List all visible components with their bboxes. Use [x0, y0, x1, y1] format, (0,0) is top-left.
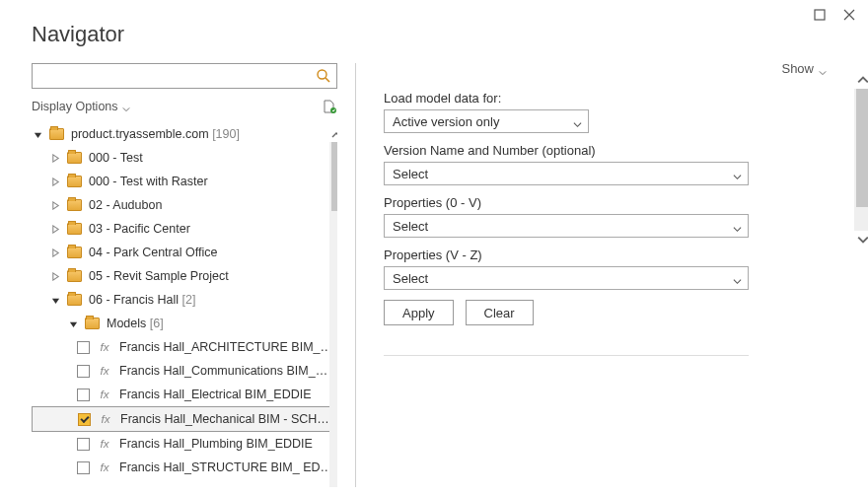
load-model-dropdown[interactable]: Active version only [384, 109, 589, 133]
tree-folder[interactable]: 04 - Park Central Office [32, 241, 337, 264]
chevron-down-icon [122, 103, 130, 110]
svg-point-1 [318, 70, 326, 79]
page-title: Navigator [0, 0, 868, 47]
tree-leaf[interactable]: fx Francis Hall_Plumbing BIM_EDDIE [32, 432, 337, 456]
refresh-icon[interactable] [322, 99, 337, 114]
scroll-down-icon[interactable] [854, 231, 868, 248]
folder-icon [67, 199, 82, 211]
scrollbar-thumb[interactable] [856, 89, 868, 207]
close-button[interactable] [842, 8, 856, 22]
expand-icon[interactable] [51, 225, 60, 234]
chevron-down-icon [819, 65, 827, 73]
tree-leaf[interactable]: fx Francis Hall_ARCHITECTURE BIM_20... [32, 335, 337, 359]
tree-folder[interactable]: 000 - Test with Raster [32, 170, 337, 193]
clear-button[interactable]: Clear [466, 300, 534, 325]
collapse-icon[interactable] [69, 319, 78, 328]
chevron-down-icon [733, 274, 742, 283]
maximize-button[interactable] [813, 8, 827, 22]
divider [384, 355, 749, 356]
show-dropdown[interactable]: Show [781, 61, 827, 76]
fx-icon: fx [97, 389, 112, 400]
expand-icon[interactable] [51, 201, 60, 210]
version-name-value: Select [393, 167, 428, 181]
folder-icon [85, 318, 100, 329]
search-icon[interactable] [316, 68, 331, 84]
collapse-icon[interactable] [34, 130, 42, 139]
version-name-dropdown[interactable]: Select [384, 162, 749, 185]
navigator-tree: product.tryassemble.com [190] 000 - Test… [32, 120, 337, 479]
folder-icon [67, 270, 82, 282]
tree-scrollbar[interactable] [329, 128, 337, 487]
expand-icon[interactable] [51, 272, 60, 281]
tree-leaf[interactable]: fx Francis Hall_STRUCTURE BIM_ EDDIE [32, 456, 337, 479]
folder-icon [67, 152, 82, 164]
chevron-down-icon [573, 117, 582, 126]
tree-folder[interactable]: 02 - Audubon [32, 193, 337, 217]
folder-icon [67, 176, 82, 187]
show-label: Show [781, 61, 814, 76]
checkbox[interactable] [77, 389, 90, 401]
props-vz-value: Select [393, 271, 428, 286]
folder-icon [67, 247, 82, 258]
pane-divider [355, 63, 356, 487]
fx-icon: fx [97, 461, 112, 473]
svg-line-2 [326, 78, 329, 82]
folder-icon [67, 223, 82, 235]
version-name-label: Version Name and Number (optional) [384, 143, 854, 158]
load-model-value: Active version only [393, 114, 499, 129]
folder-icon [49, 128, 64, 140]
tree-leaf-selected[interactable]: fx Francis Hall_Mechanical BIM - SCHE... [32, 406, 337, 432]
svg-point-3 [330, 107, 336, 113]
fx-icon: fx [97, 341, 112, 353]
checkbox[interactable] [77, 438, 90, 451]
chevron-down-icon [733, 222, 742, 231]
collapse-icon[interactable] [51, 296, 60, 305]
props-av-value: Select [393, 219, 428, 234]
tree-leaf[interactable]: fx Francis Hall_Electrical BIM_EDDIE [32, 383, 337, 406]
scroll-up-icon[interactable] [329, 128, 337, 142]
display-options-dropdown[interactable]: Display Options [32, 100, 130, 113]
right-scrollbar[interactable] [854, 71, 868, 248]
display-options-label: Display Options [32, 100, 118, 113]
tree-folder[interactable]: 05 - Revit Sample Project [32, 264, 337, 288]
load-model-label: Load model data for: [384, 91, 854, 106]
tree-folder[interactable]: 03 - Pacific Center [32, 217, 337, 241]
chevron-down-icon [733, 170, 742, 178]
tree-folder-models[interactable]: Models [6] [32, 312, 337, 335]
checkbox[interactable] [77, 461, 90, 474]
tree-folder-expanded[interactable]: 06 - Francis Hall [2] [32, 288, 337, 312]
search-input[interactable] [32, 63, 337, 89]
svg-rect-0 [815, 10, 825, 20]
expand-icon[interactable] [51, 248, 60, 257]
expand-icon[interactable] [51, 177, 60, 186]
fx-icon: fx [97, 365, 112, 377]
scrollbar-track[interactable] [329, 142, 337, 487]
props-vz-dropdown[interactable]: Select [384, 266, 749, 290]
expand-icon[interactable] [51, 154, 60, 163]
tree-folder[interactable]: 000 - Test [32, 146, 337, 170]
folder-icon [67, 294, 82, 306]
fx-icon: fx [97, 438, 112, 450]
scrollbar-thumb[interactable] [331, 142, 337, 211]
checkbox[interactable] [77, 341, 90, 354]
fx-icon: fx [98, 413, 113, 425]
tree-root[interactable]: product.tryassemble.com [190] [32, 122, 337, 146]
apply-button[interactable]: Apply [384, 300, 454, 325]
scroll-up-icon[interactable] [854, 71, 868, 89]
checkbox[interactable] [77, 365, 90, 378]
props-vz-label: Properties (V - Z) [384, 248, 854, 262]
checkbox-checked[interactable] [78, 413, 91, 426]
props-av-dropdown[interactable]: Select [384, 214, 749, 238]
props-av-label: Properties (0 - V) [384, 195, 854, 210]
scrollbar-track[interactable] [854, 89, 868, 231]
tree-leaf[interactable]: fx Francis Hall_Communications BIM_E... [32, 359, 337, 383]
